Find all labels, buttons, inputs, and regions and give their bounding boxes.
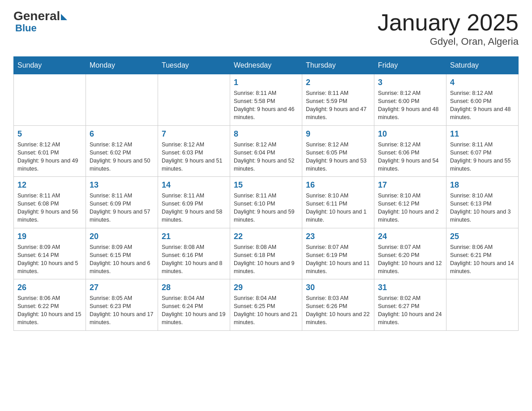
logo-arrow-icon: [61, 14, 67, 20]
day-number: 11: [450, 129, 515, 139]
day-number: 28: [162, 283, 226, 292]
day-number: 18: [450, 180, 515, 190]
day-number: 25: [450, 232, 515, 241]
page-header: General Blue January 2025 Gdyel, Oran, A…: [13, 9, 519, 47]
calendar-cell: 31Sunrise: 8:02 AMSunset: 6:27 PMDayligh…: [374, 279, 446, 331]
day-header-tuesday: Tuesday: [158, 57, 230, 74]
day-info: Sunrise: 8:08 AMSunset: 6:16 PMDaylight:…: [162, 243, 226, 276]
day-number: 21: [162, 232, 226, 241]
day-number: 10: [378, 129, 442, 139]
day-number: 23: [306, 232, 370, 241]
day-info: Sunrise: 8:09 AMSunset: 6:14 PMDaylight:…: [17, 243, 82, 276]
day-number: 14: [162, 180, 226, 190]
day-info: Sunrise: 8:12 AMSunset: 6:04 PMDaylight:…: [234, 141, 298, 173]
calendar-cell: 10Sunrise: 8:12 AMSunset: 6:06 PMDayligh…: [374, 125, 446, 177]
day-number: 31: [378, 283, 442, 292]
day-info: Sunrise: 8:11 AMSunset: 5:59 PMDaylight:…: [306, 89, 370, 122]
week-row-0: 1Sunrise: 8:11 AMSunset: 5:58 PMDaylight…: [14, 74, 519, 126]
day-number: 27: [90, 283, 154, 292]
day-info: Sunrise: 8:05 AMSunset: 6:23 PMDaylight:…: [90, 294, 154, 327]
day-info: Sunrise: 8:08 AMSunset: 6:18 PMDaylight:…: [234, 243, 298, 276]
day-info: Sunrise: 8:02 AMSunset: 6:27 PMDaylight:…: [378, 294, 442, 327]
day-number: 19: [17, 232, 82, 241]
day-number: 9: [306, 129, 370, 139]
calendar-cell: [446, 279, 519, 331]
calendar-cell: 15Sunrise: 8:11 AMSunset: 6:10 PMDayligh…: [230, 177, 302, 228]
calendar-cell: 2Sunrise: 8:11 AMSunset: 5:59 PMDaylight…: [302, 74, 374, 126]
day-info: Sunrise: 8:06 AMSunset: 6:22 PMDaylight:…: [17, 294, 82, 327]
day-info: Sunrise: 8:07 AMSunset: 6:20 PMDaylight:…: [378, 243, 442, 276]
calendar-cell: 30Sunrise: 8:03 AMSunset: 6:26 PMDayligh…: [302, 279, 374, 331]
day-info: Sunrise: 8:11 AMSunset: 6:09 PMDaylight:…: [162, 192, 226, 224]
calendar-table: SundayMondayTuesdayWednesdayThursdayFrid…: [13, 56, 519, 331]
calendar-cell: 11Sunrise: 8:11 AMSunset: 6:07 PMDayligh…: [446, 125, 519, 177]
day-info: Sunrise: 8:12 AMSunset: 6:03 PMDaylight:…: [162, 141, 226, 173]
day-info: Sunrise: 8:12 AMSunset: 6:06 PMDaylight:…: [378, 141, 442, 173]
calendar-cell: 27Sunrise: 8:05 AMSunset: 6:23 PMDayligh…: [86, 279, 158, 331]
day-number: 3: [378, 78, 442, 87]
day-number: 13: [90, 180, 154, 190]
day-header-wednesday: Wednesday: [230, 57, 302, 74]
logo-general-text: General: [13, 9, 60, 23]
day-number: 26: [17, 283, 82, 292]
day-info: Sunrise: 8:12 AMSunset: 6:00 PMDaylight:…: [378, 89, 442, 122]
day-number: 17: [378, 180, 442, 190]
calendar-cell: 26Sunrise: 8:06 AMSunset: 6:22 PMDayligh…: [14, 279, 86, 331]
day-info: Sunrise: 8:11 AMSunset: 6:09 PMDaylight:…: [90, 192, 154, 224]
day-header-monday: Monday: [86, 57, 158, 74]
day-number: 16: [306, 180, 370, 190]
day-number: 6: [90, 129, 154, 139]
logo: General Blue: [13, 9, 67, 34]
header-row: SundayMondayTuesdayWednesdayThursdayFrid…: [14, 57, 519, 74]
calendar-cell: 9Sunrise: 8:12 AMSunset: 6:05 PMDaylight…: [302, 125, 374, 177]
day-info: Sunrise: 8:12 AMSunset: 6:02 PMDaylight:…: [90, 141, 154, 173]
day-info: Sunrise: 8:06 AMSunset: 6:21 PMDaylight:…: [450, 243, 515, 276]
day-info: Sunrise: 8:04 AMSunset: 6:25 PMDaylight:…: [234, 294, 298, 327]
day-number: 20: [90, 232, 154, 241]
day-info: Sunrise: 8:10 AMSunset: 6:11 PMDaylight:…: [306, 192, 370, 224]
calendar-cell: 3Sunrise: 8:12 AMSunset: 6:00 PMDaylight…: [374, 74, 446, 126]
location-title: Gdyel, Oran, Algeria: [378, 36, 519, 47]
day-number: 24: [378, 232, 442, 241]
calendar-cell: [14, 74, 86, 126]
calendar-cell: 23Sunrise: 8:07 AMSunset: 6:19 PMDayligh…: [302, 228, 374, 279]
day-number: 30: [306, 283, 370, 292]
day-header-sunday: Sunday: [14, 57, 86, 74]
calendar-cell: 24Sunrise: 8:07 AMSunset: 6:20 PMDayligh…: [374, 228, 446, 279]
calendar-cell: 17Sunrise: 8:10 AMSunset: 6:12 PMDayligh…: [374, 177, 446, 228]
day-number: 8: [234, 129, 298, 139]
calendar-cell: 29Sunrise: 8:04 AMSunset: 6:25 PMDayligh…: [230, 279, 302, 331]
calendar-cell: 16Sunrise: 8:10 AMSunset: 6:11 PMDayligh…: [302, 177, 374, 228]
day-number: 5: [17, 129, 82, 139]
day-number: 15: [234, 180, 298, 190]
week-row-4: 26Sunrise: 8:06 AMSunset: 6:22 PMDayligh…: [14, 279, 519, 331]
day-header-friday: Friday: [374, 57, 446, 74]
calendar-cell: 20Sunrise: 8:09 AMSunset: 6:15 PMDayligh…: [86, 228, 158, 279]
day-info: Sunrise: 8:11 AMSunset: 6:08 PMDaylight:…: [17, 192, 82, 224]
day-number: 1: [234, 78, 298, 87]
day-number: 4: [450, 78, 515, 87]
calendar-cell: 7Sunrise: 8:12 AMSunset: 6:03 PMDaylight…: [158, 125, 230, 177]
calendar-cell: 21Sunrise: 8:08 AMSunset: 6:16 PMDayligh…: [158, 228, 230, 279]
calendar-cell: 25Sunrise: 8:06 AMSunset: 6:21 PMDayligh…: [446, 228, 519, 279]
week-row-1: 5Sunrise: 8:12 AMSunset: 6:01 PMDaylight…: [14, 125, 519, 177]
title-section: January 2025 Gdyel, Oran, Algeria: [378, 9, 519, 47]
day-info: Sunrise: 8:03 AMSunset: 6:26 PMDaylight:…: [306, 294, 370, 327]
week-row-3: 19Sunrise: 8:09 AMSunset: 6:14 PMDayligh…: [14, 228, 519, 279]
day-info: Sunrise: 8:10 AMSunset: 6:13 PMDaylight:…: [450, 192, 515, 224]
day-number: 2: [306, 78, 370, 87]
day-header-saturday: Saturday: [446, 57, 519, 74]
day-info: Sunrise: 8:12 AMSunset: 6:01 PMDaylight:…: [17, 141, 82, 173]
calendar-cell: 22Sunrise: 8:08 AMSunset: 6:18 PMDayligh…: [230, 228, 302, 279]
month-title: January 2025: [378, 9, 519, 36]
day-info: Sunrise: 8:09 AMSunset: 6:15 PMDaylight:…: [90, 243, 154, 276]
day-info: Sunrise: 8:10 AMSunset: 6:12 PMDaylight:…: [378, 192, 442, 224]
day-info: Sunrise: 8:12 AMSunset: 6:05 PMDaylight:…: [306, 141, 370, 173]
calendar-cell: 8Sunrise: 8:12 AMSunset: 6:04 PMDaylight…: [230, 125, 302, 177]
day-header-thursday: Thursday: [302, 57, 374, 74]
day-info: Sunrise: 8:11 AMSunset: 5:58 PMDaylight:…: [234, 89, 298, 122]
calendar-cell: 13Sunrise: 8:11 AMSunset: 6:09 PMDayligh…: [86, 177, 158, 228]
calendar-cell: 18Sunrise: 8:10 AMSunset: 6:13 PMDayligh…: [446, 177, 519, 228]
calendar-cell: 6Sunrise: 8:12 AMSunset: 6:02 PMDaylight…: [86, 125, 158, 177]
calendar-cell: 4Sunrise: 8:12 AMSunset: 6:00 PMDaylight…: [446, 74, 519, 126]
